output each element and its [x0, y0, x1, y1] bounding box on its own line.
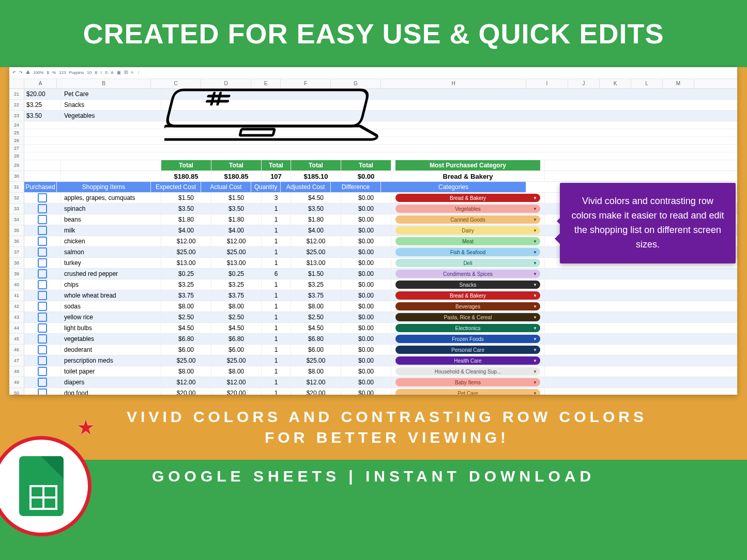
- purchased-checkbox[interactable]: [38, 356, 47, 365]
- difference[interactable]: $0.00: [341, 312, 391, 322]
- adjusted-cost[interactable]: $1.80: [291, 214, 341, 225]
- adjusted-cost[interactable]: $25.00: [291, 355, 341, 366]
- difference[interactable]: $0.00: [341, 225, 391, 236]
- column-header[interactable]: Adjusted Cost: [281, 182, 330, 192]
- purchased-checkbox[interactable]: [38, 258, 47, 268]
- quantity[interactable]: 1: [262, 225, 291, 236]
- adjusted-cost[interactable]: $4.00: [291, 225, 341, 236]
- category-dropdown[interactable]: Canned Goods▼: [395, 215, 540, 224]
- difference[interactable]: $0.00: [341, 204, 391, 214]
- item-name[interactable]: diapers: [61, 377, 161, 387]
- cell-value[interactable]: Snacks: [61, 100, 161, 110]
- expected-cost[interactable]: $8.00: [161, 366, 211, 377]
- difference[interactable]: $0.00: [341, 345, 391, 355]
- item-name[interactable]: apples, grapes, cumquats: [61, 193, 161, 203]
- category-dropdown[interactable]: Condiments & Spices▼: [395, 270, 540, 278]
- expected-cost[interactable]: $1.50: [161, 193, 211, 203]
- quantity[interactable]: 1: [262, 214, 291, 225]
- toolbar-item[interactable]: A: [111, 70, 113, 75]
- expected-cost[interactable]: $8.00: [161, 301, 211, 312]
- difference[interactable]: $0.00: [341, 301, 391, 312]
- purchased-checkbox[interactable]: [38, 388, 47, 395]
- toolbar-item[interactable]: $: [47, 70, 49, 75]
- quantity[interactable]: 1: [262, 301, 291, 312]
- col-letter[interactable]: L: [631, 79, 663, 88]
- item-name[interactable]: perscription meds: [61, 355, 161, 366]
- expected-cost[interactable]: $25.00: [161, 355, 211, 366]
- difference[interactable]: $0.00: [341, 269, 391, 279]
- actual-cost[interactable]: $1.80: [211, 214, 262, 225]
- adjusted-cost[interactable]: $3.25: [291, 279, 341, 290]
- quantity[interactable]: 1: [262, 258, 291, 268]
- difference[interactable]: $0.00: [341, 388, 391, 395]
- expected-cost[interactable]: $1.80: [161, 214, 211, 225]
- cell-value[interactable]: $3.50: [24, 111, 61, 121]
- adjusted-cost[interactable]: $4.50: [291, 323, 341, 333]
- difference[interactable]: $0.00: [341, 377, 391, 387]
- category-dropdown[interactable]: Pasta, Rice & Cereal▼: [395, 313, 540, 321]
- difference[interactable]: $0.00: [341, 366, 391, 377]
- actual-cost[interactable]: $8.00: [211, 366, 262, 377]
- category-dropdown[interactable]: Beverages▼: [395, 302, 540, 310]
- actual-cost[interactable]: $3.25: [211, 279, 262, 290]
- actual-cost[interactable]: $6.00: [211, 345, 262, 355]
- quantity[interactable]: 1: [262, 345, 291, 355]
- col-letter[interactable]: B: [57, 79, 151, 88]
- item-name[interactable]: spinach: [61, 204, 161, 214]
- purchased-checkbox[interactable]: [38, 280, 47, 289]
- quantity[interactable]: 1: [262, 334, 291, 344]
- item-name[interactable]: vegetables: [61, 334, 161, 344]
- actual-cost[interactable]: $20.00: [211, 388, 262, 395]
- quantity[interactable]: 1: [262, 388, 291, 395]
- category-dropdown[interactable]: Frozen Foods▼: [395, 335, 540, 343]
- column-header[interactable]: Difference: [331, 182, 380, 192]
- toolbar-item[interactable]: 10: [87, 70, 92, 75]
- toolbar-item[interactable]: ▦: [117, 70, 121, 75]
- quantity[interactable]: 6: [262, 269, 291, 279]
- difference[interactable]: $0.00: [341, 236, 391, 246]
- actual-cost[interactable]: $13.00: [211, 258, 262, 268]
- item-name[interactable]: chips: [61, 279, 161, 290]
- cell-value[interactable]: Vegetables: [61, 111, 161, 121]
- quantity[interactable]: 1: [262, 236, 291, 246]
- adjusted-cost[interactable]: $8.00: [291, 366, 341, 377]
- difference[interactable]: $0.00: [341, 214, 391, 225]
- item-name[interactable]: sodas: [61, 301, 161, 312]
- actual-cost[interactable]: $6.80: [211, 334, 262, 344]
- adjusted-cost[interactable]: $3.75: [291, 290, 341, 301]
- quantity[interactable]: 1: [262, 312, 291, 322]
- toolbar-item[interactable]: I: [101, 70, 102, 75]
- actual-cost[interactable]: $0.25: [211, 269, 262, 279]
- difference[interactable]: $0.00: [341, 279, 391, 290]
- quantity[interactable]: 1: [262, 323, 291, 333]
- column-header[interactable]: Shopping Items: [57, 182, 150, 192]
- cell-value[interactable]: $3.25: [24, 100, 61, 110]
- expected-cost[interactable]: $25.00: [161, 247, 211, 257]
- adjusted-cost[interactable]: $12.00: [291, 377, 341, 387]
- purchased-checkbox[interactable]: [38, 291, 47, 300]
- quantity[interactable]: 1: [262, 204, 291, 214]
- expected-cost[interactable]: $4.00: [161, 225, 211, 236]
- adjusted-cost[interactable]: $13.00: [291, 258, 341, 268]
- col-letter[interactable]: K: [600, 79, 631, 88]
- quantity[interactable]: 1: [262, 366, 291, 377]
- adjusted-cost[interactable]: $12.00: [291, 236, 341, 246]
- expected-cost[interactable]: $3.25: [161, 279, 211, 290]
- purchased-checkbox[interactable]: [38, 367, 47, 376]
- toolbar-item[interactable]: B: [95, 70, 97, 75]
- actual-cost[interactable]: $12.00: [211, 377, 262, 387]
- cell-value[interactable]: Pet Care: [61, 89, 161, 99]
- item-name[interactable]: salmon: [61, 247, 161, 257]
- toolbar-item[interactable]: 123: [59, 70, 66, 75]
- expected-cost[interactable]: $4.50: [161, 323, 211, 333]
- item-name[interactable]: yellow rice: [61, 312, 161, 322]
- toolbar-item[interactable]: ↷: [19, 70, 23, 75]
- adjusted-cost[interactable]: $4.50: [291, 193, 341, 203]
- col-letter[interactable]: M: [663, 79, 694, 88]
- actual-cost[interactable]: $4.50: [211, 323, 262, 333]
- expected-cost[interactable]: $13.00: [161, 258, 211, 268]
- expected-cost[interactable]: $12.00: [161, 377, 211, 387]
- quantity[interactable]: 1: [262, 290, 291, 301]
- toolbar-item[interactable]: 田: [124, 70, 128, 75]
- purchased-checkbox[interactable]: [38, 323, 47, 333]
